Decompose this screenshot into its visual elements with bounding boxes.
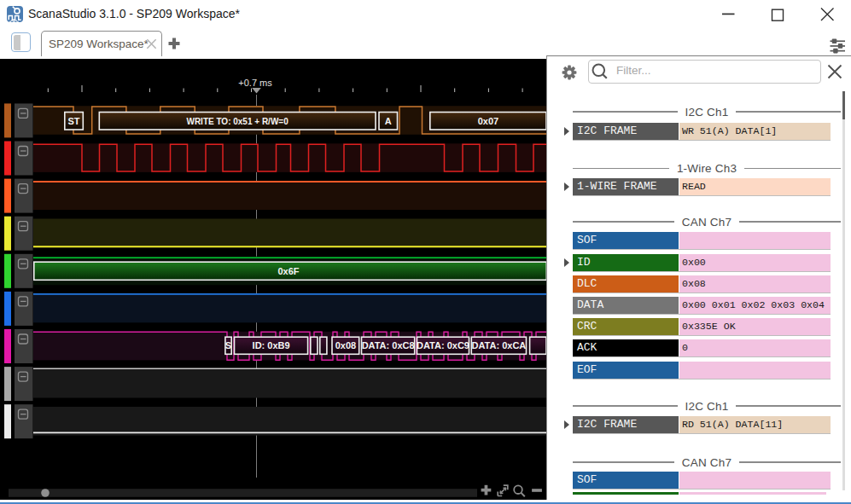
svg-text:WRITE TO: 0x51 + R/W=0: WRITE TO: 0x51 + R/W=0 xyxy=(186,117,289,126)
svg-text:DATA: 0xC9: DATA: 0xC9 xyxy=(417,340,469,350)
svg-text:DATA: 0xCA: DATA: 0xCA xyxy=(472,340,527,350)
svg-text:0x08: 0x08 xyxy=(335,340,356,350)
svg-text:ID: 0xB9: ID: 0xB9 xyxy=(253,340,290,350)
svg-text:A: A xyxy=(385,116,392,126)
svg-text:S: S xyxy=(225,340,231,350)
svg-text:0x6F: 0x6F xyxy=(277,266,299,276)
svg-text:0x07: 0x07 xyxy=(478,116,498,126)
svg-text:ST: ST xyxy=(67,116,79,126)
svg-text:DATA: 0xC8: DATA: 0xC8 xyxy=(362,340,415,350)
svg-text:+0.7 ms: +0.7 ms xyxy=(238,78,272,88)
